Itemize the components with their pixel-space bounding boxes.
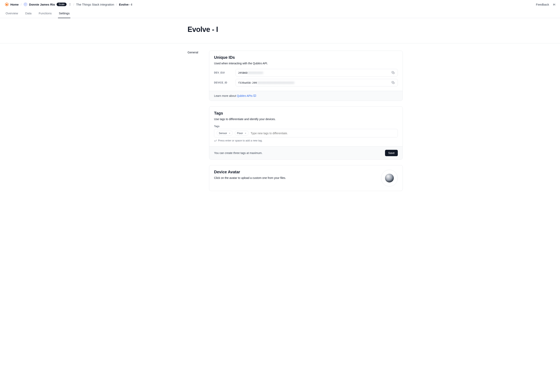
copy-dev-eui-button[interactable]: [391, 71, 395, 75]
tags-text-input[interactable]: [251, 132, 395, 135]
unique-ids-card: Unique IDs Used when interacting with th…: [209, 51, 403, 101]
dev-eui-field[interactable]: 205B6DXXXXXXXXXX: [236, 69, 398, 77]
header-right: Feedback H: [536, 3, 555, 6]
unique-ids-footer: Learn more about Qubitro APIs: [209, 91, 403, 101]
top-header: Home / Donnie James Rio Scale / The Thin…: [0, 0, 560, 9]
remove-tag-icon[interactable]: [245, 132, 247, 134]
device-id-value: f339a458-299XXXXXXXXXXXXXXXXXXXXXXXX: [238, 81, 391, 84]
tags-desc: Use tags to differentiate and identify y…: [214, 118, 398, 121]
sidebar-item-general[interactable]: General: [188, 51, 201, 54]
tags-hint: Press enter or space to add a new tag.: [214, 139, 398, 142]
copy-icon: [392, 81, 395, 84]
device-id-field[interactable]: f339a458-299XXXXXXXXXXXXXXXXXXXXXXXX: [236, 79, 398, 87]
home-label: Home: [10, 3, 19, 6]
tags-title: Tags: [214, 111, 398, 116]
device-id-row: DEVICE_ID f339a458-299XXXXXXXXXXXXXXXXXX…: [214, 79, 398, 87]
tab-data[interactable]: Data: [25, 9, 32, 18]
unique-ids-desc: Used when interacting with the Qubitro A…: [214, 62, 398, 65]
help-link-truncated[interactable]: H: [553, 3, 555, 6]
tabs: Overview Data Functions Settings: [0, 9, 560, 18]
tags-footer: You can create three tags at maximum. Sa…: [209, 147, 403, 159]
title-section: Evolve - I: [0, 18, 560, 43]
org-link[interactable]: Donnie James Rio Scale: [23, 2, 67, 6]
page-title: Evolve - I: [157, 25, 403, 34]
tags-input[interactable]: Sensor Floor: [214, 129, 398, 137]
tab-overview[interactable]: Overview: [5, 9, 19, 18]
dev-eui-value: 205B6DXXXXXXXXXX: [238, 71, 391, 74]
tags-card: Tags Use tags to differentiate and ident…: [209, 106, 403, 159]
org-name: Donnie James Rio: [29, 3, 55, 6]
device-avatar-desc: Click on the avatar to upload a custom o…: [214, 176, 286, 179]
device-avatar-card: Device Avatar Click on the avatar to upl…: [209, 165, 403, 191]
tag-chip-floor: Floor: [235, 131, 249, 136]
main-content: Unique IDs Used when interacting with th…: [209, 51, 403, 191]
remove-tag-icon[interactable]: [229, 132, 230, 134]
device-avatar-title: Device Avatar: [214, 170, 286, 174]
breadcrumb: Home / Donnie James Rio Scale / The Thin…: [5, 2, 132, 6]
tag-chip-sensor: Sensor: [217, 131, 233, 136]
device-id-label: DEVICE_ID: [214, 81, 231, 84]
org-switcher-icon[interactable]: [69, 3, 71, 6]
breadcrumb-separator: /: [21, 3, 21, 6]
logo-icon: [5, 2, 9, 6]
settings-sidebar: General: [157, 51, 201, 191]
org-avatar-icon: [23, 2, 28, 6]
dev-eui-label: DEV_EUI: [214, 71, 231, 74]
tags-footer-text: You can create three tags at maximum.: [214, 151, 262, 155]
tag-chip-label: Floor: [237, 132, 243, 135]
device-avatar-image: [385, 174, 394, 182]
unique-ids-title: Unique IDs: [214, 55, 398, 60]
dev-eui-row: DEV_EUI 205B6DXXXXXXXXXX: [214, 69, 398, 77]
qubitro-apis-link[interactable]: Qubitro APIs: [237, 94, 256, 98]
tab-settings[interactable]: Settings: [58, 9, 70, 18]
breadcrumb-current: Evolve - I: [119, 3, 132, 6]
save-tags-button[interactable]: Save: [385, 150, 398, 156]
tags-field-label: Tags: [214, 125, 398, 128]
book-icon: [253, 94, 256, 97]
breadcrumb-separator: /: [116, 3, 117, 6]
feedback-link[interactable]: Feedback: [536, 3, 549, 6]
tab-functions[interactable]: Functions: [38, 9, 52, 18]
svg-rect-1: [393, 82, 394, 84]
svg-rect-0: [393, 72, 394, 74]
copy-icon: [392, 71, 395, 74]
breadcrumb-separator: /: [73, 3, 74, 6]
enter-key-icon: [214, 139, 217, 142]
breadcrumb-integration[interactable]: The Things Stack integration: [76, 3, 114, 6]
copy-device-id-button[interactable]: [391, 81, 395, 85]
tag-chip-label: Sensor: [219, 132, 227, 135]
plan-pill: Scale: [57, 3, 67, 6]
home-link[interactable]: Home: [5, 2, 19, 6]
device-avatar-button[interactable]: [381, 170, 398, 186]
learn-more-prefix: Learn more about: [214, 94, 237, 98]
